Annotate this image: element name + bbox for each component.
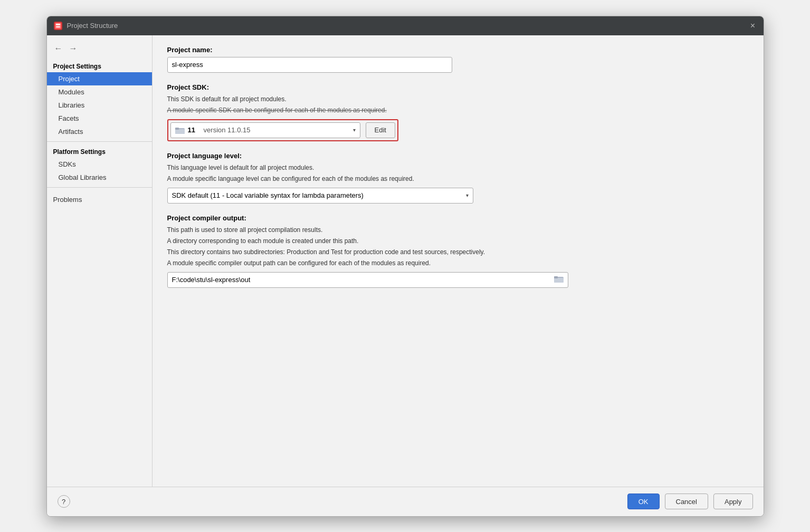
dropdown-arrow-icon: ▾ (353, 127, 356, 133)
sidebar-item-libraries[interactable]: Libraries (47, 99, 152, 112)
footer-right: OK Cancel Apply (627, 494, 753, 509)
footer-left: ? (58, 495, 70, 508)
platform-settings-header: Platform Settings (47, 145, 152, 158)
project-settings-header: Project Settings (47, 60, 152, 72)
ok-button[interactable]: OK (627, 494, 660, 509)
language-level-value: SDK default (11 - Local variable syntax … (172, 191, 364, 199)
sdk-version-text: version 11.0.15 (204, 126, 251, 134)
lang-desc2: A module specific language level can be … (167, 174, 749, 183)
sidebar-item-artifacts[interactable]: Artifacts (47, 125, 152, 138)
project-structure-dialog: Project Structure × ← → Project Settings… (46, 16, 764, 517)
svg-rect-3 (56, 26, 60, 27)
main-content: Project name: Project SDK: This SDK is d… (153, 35, 764, 487)
sdk-version-bold: 11 (188, 126, 195, 134)
sidebar: ← → Project Settings Project Modules Lib… (47, 35, 153, 487)
project-name-input[interactable] (167, 57, 452, 73)
project-sdk-label: Project SDK: (167, 83, 749, 91)
folder-icon (175, 127, 185, 134)
apply-button[interactable]: Apply (713, 494, 753, 509)
cancel-button[interactable]: Cancel (665, 494, 708, 509)
dialog-footer: ? OK Cancel Apply (47, 487, 764, 516)
app-icon (53, 21, 63, 31)
close-button[interactable]: × (749, 22, 757, 30)
compiler-desc3: This directory contains two subdirectori… (167, 247, 749, 257)
back-button[interactable]: ← (52, 43, 65, 54)
compiler-output-label: Project compiler output: (167, 214, 749, 222)
sidebar-item-sdks[interactable]: SDKs (47, 158, 152, 171)
title-bar: Project Structure × (47, 16, 764, 35)
dialog-title: Project Structure (67, 22, 118, 30)
compiler-desc1: This path is used to store all project c… (167, 225, 749, 235)
browse-folder-icon (554, 275, 564, 284)
compiler-desc4: A module specific compiler output path c… (167, 258, 749, 268)
title-bar-left: Project Structure (53, 21, 118, 31)
language-level-label: Project language level: (167, 152, 749, 160)
sdk-desc2: A module-specific SDK can be configured … (167, 105, 749, 115)
sdk-row: 11 version 11.0.15 ▾ Edit (167, 119, 398, 141)
forward-button[interactable]: → (67, 43, 80, 54)
nav-arrows: ← → (47, 41, 152, 60)
svg-rect-8 (554, 278, 564, 283)
sdk-desc1: This SDK is default for all project modu… (167, 94, 749, 104)
sidebar-item-global-libraries[interactable]: Global Libraries (47, 171, 152, 184)
sidebar-item-problems[interactable]: Problems (47, 193, 152, 206)
project-name-label: Project name: (167, 46, 749, 54)
compiler-output-field[interactable]: F:\code\stu\sl-express\out (167, 272, 568, 288)
edit-sdk-button[interactable]: Edit (366, 122, 395, 138)
compiler-output-value: F:\code\stu\sl-express\out (172, 276, 251, 284)
nav-divider (47, 141, 152, 142)
sidebar-item-modules[interactable]: Modules (47, 85, 152, 99)
sdk-version-normal (198, 126, 201, 134)
svg-rect-1 (55, 23, 61, 29)
dialog-body: ← → Project Settings Project Modules Lib… (47, 35, 764, 487)
sdk-select[interactable]: 11 version 11.0.15 ▾ (170, 122, 360, 138)
compiler-desc2: A directory corresponding to each module… (167, 236, 749, 246)
svg-rect-5 (175, 129, 185, 134)
language-level-dropdown-icon: ▾ (466, 192, 469, 198)
svg-rect-6 (175, 128, 179, 130)
nav-divider-2 (47, 187, 152, 188)
language-level-select[interactable]: SDK default (11 - Local variable syntax … (167, 188, 473, 204)
svg-rect-2 (56, 24, 60, 25)
lang-desc1: This language level is default for all p… (167, 163, 749, 172)
svg-rect-9 (554, 276, 558, 278)
sidebar-item-facets[interactable]: Facets (47, 112, 152, 125)
sidebar-item-project[interactable]: Project (47, 72, 152, 85)
help-button[interactable]: ? (58, 495, 70, 508)
sdk-select-content: 11 version 11.0.15 (175, 126, 353, 134)
compiler-output-row: F:\code\stu\sl-express\out (167, 272, 749, 288)
